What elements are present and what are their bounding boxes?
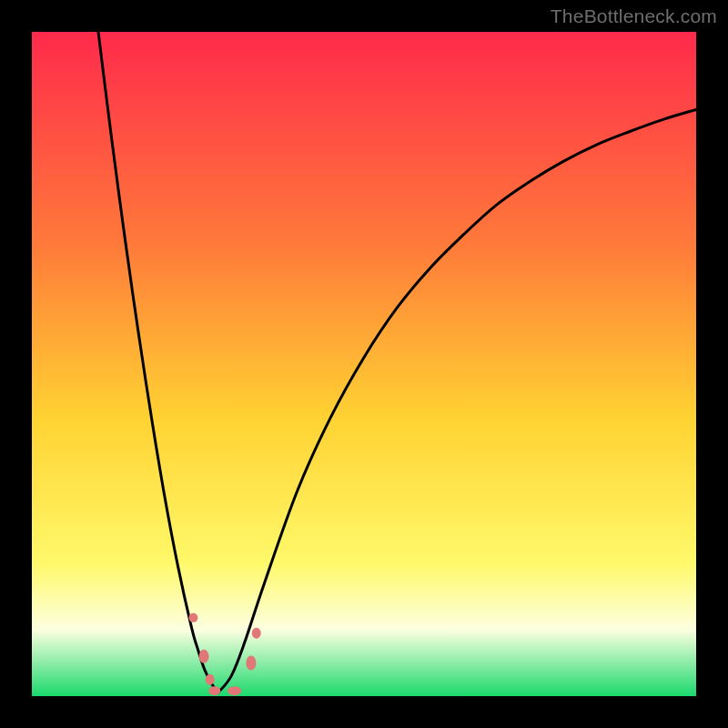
data-marker xyxy=(246,656,256,671)
data-marker xyxy=(199,650,209,663)
data-marker xyxy=(188,613,197,622)
watermark-text: TheBottleneck.com xyxy=(551,5,717,27)
data-marker xyxy=(252,628,261,639)
data-marker xyxy=(206,674,215,685)
chart-frame xyxy=(32,32,696,696)
data-marker xyxy=(208,686,220,695)
chart-svg xyxy=(32,32,696,696)
data-marker xyxy=(228,686,241,695)
gradient-background xyxy=(32,32,696,696)
